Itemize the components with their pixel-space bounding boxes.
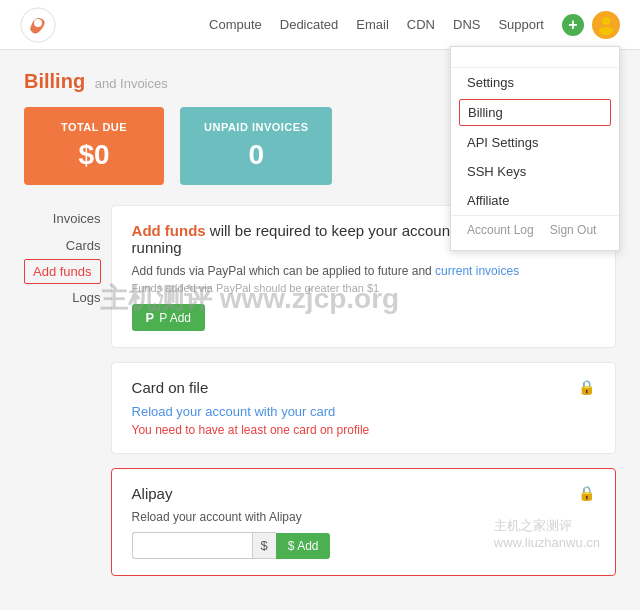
add-button[interactable]: + [562,14,584,36]
nav-support[interactable]: Support [498,17,544,32]
content-area: 🔒 Add funds will be required to keep you… [111,205,616,590]
total-due-label: TOTAL DUE [48,121,140,133]
current-invoices-link[interactable]: current invoices [435,264,519,278]
card-reload-link[interactable]: Reload your account with your card [132,404,595,419]
svg-point-2 [602,17,610,25]
dropdown-api-settings[interactable]: API Settings [451,128,619,157]
nav-dns[interactable]: DNS [453,17,480,32]
card-warning: You need to have at least one card on pr… [132,423,595,437]
svg-point-1 [34,19,42,27]
sign-out-link[interactable]: Sign Out [550,223,597,237]
alipay-input-row: $ $ Add [132,532,595,559]
sidebar-item-cards[interactable]: Cards [24,232,101,259]
sidebar-item-add-funds[interactable]: Add funds [24,259,101,284]
nav-email[interactable]: Email [356,17,389,32]
header: Compute Dedicated Email CDN DNS Support … [0,0,640,50]
total-due-card: TOTAL DUE $0 [24,107,164,185]
header-icons: + [562,11,620,39]
sidebar-item-invoices[interactable]: Invoices [24,205,101,232]
paypal-desc: Add funds via PayPal which can be applie… [132,264,595,278]
dropdown-billing[interactable]: Billing [459,99,611,126]
nav-compute[interactable]: Compute [209,17,262,32]
user-dropdown-menu: Settings Billing API Settings SSH Keys A… [450,46,620,251]
card-on-file-section: 🔒 Card on file Reload your account with … [111,362,616,454]
dropdown-settings[interactable]: Settings [451,68,619,97]
svg-point-3 [599,27,613,35]
sidebar: Invoices Cards Add funds Logs [24,205,111,590]
card-on-file-title: Card on file [132,379,595,396]
nav-cdn[interactable]: CDN [407,17,435,32]
main-layout: Invoices Cards Add funds Logs 🔒 Add fund… [24,205,616,590]
dropdown-greeting [451,53,619,68]
unpaid-invoices-label: UNPAID INVOICES [204,121,308,133]
account-log-link[interactable]: Account Log [467,223,534,237]
paypal-icon: P [146,310,155,325]
alipay-dollar-sign: $ [252,532,276,559]
dropdown-footer: Account Log Sign Out [451,215,619,244]
lock-icon-alipay: 🔒 [578,485,595,501]
alipay-amount-input[interactable] [132,532,252,559]
lock-icon-card: 🔒 [578,379,595,395]
sidebar-item-logs[interactable]: Logs [24,284,101,311]
alipay-desc: Reload your account with Alipay [132,510,595,524]
logo[interactable] [20,7,56,43]
dropdown-ssh-keys[interactable]: SSH Keys [451,157,619,186]
alipay-section: 🔒 Alipay Reload your account with Alipay… [111,468,616,576]
paypal-note: Funds added via PayPal should be greater… [132,282,595,294]
paypal-add-button[interactable]: P P Add [132,304,205,331]
alipay-title: Alipay [132,485,595,502]
nav-links: Compute Dedicated Email CDN DNS Support [209,17,544,32]
unpaid-invoices-value: 0 [204,139,308,171]
total-due-value: $0 [48,139,140,171]
user-avatar[interactable] [592,11,620,39]
nav-dedicated[interactable]: Dedicated [280,17,339,32]
alipay-add-button[interactable]: $ Add [276,533,331,559]
dropdown-affiliate[interactable]: Affiliate [451,186,619,215]
unpaid-invoices-card: UNPAID INVOICES 0 [180,107,332,185]
